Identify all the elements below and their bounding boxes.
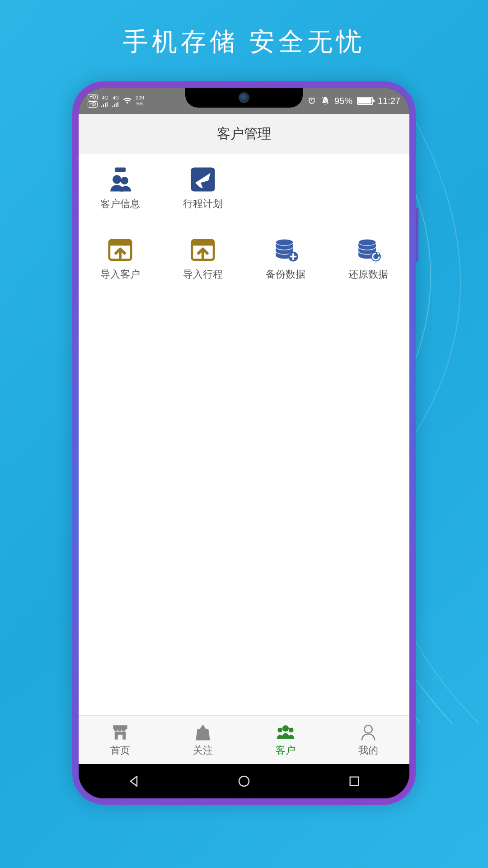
net-speed-unit: B/s (136, 101, 144, 106)
nav-back-button[interactable] (125, 772, 143, 790)
tab-mine[interactable]: 我的 (327, 716, 409, 764)
svg-point-17 (364, 725, 372, 733)
import-icon (107, 237, 133, 263)
tab-bar: 首页 关注 客户 我的 (79, 715, 409, 764)
import-icon (190, 237, 216, 263)
nav-home-button[interactable] (235, 772, 253, 790)
feature-grid: 客户信息 行程计划 导入客户 (79, 154, 409, 294)
status-time: 11:27 (378, 96, 400, 106)
feature-import-travel[interactable]: 导入行程 (161, 237, 244, 281)
feature-restore-data[interactable]: 还原数据 (327, 237, 409, 281)
camera-icon (239, 92, 249, 103)
promo-headline: 手机存储 安全无忧 (0, 0, 488, 59)
hd-badge: HD (88, 94, 98, 100)
database-restore-icon (355, 237, 381, 263)
phone-notch (185, 88, 303, 108)
bag-icon (193, 723, 212, 742)
feature-backup-data[interactable]: 备份数据 (244, 237, 327, 281)
phone-frame: HD HD 4G 4G 209 B/s (72, 81, 416, 805)
svg-rect-19 (350, 777, 359, 786)
app-body: 客户管理 客户信息 行程计划 (79, 114, 409, 764)
store-icon (111, 723, 130, 742)
system-nav-bar (79, 764, 409, 798)
phone-power-button (416, 208, 418, 262)
svg-point-14 (282, 725, 289, 731)
feature-label: 备份数据 (266, 268, 305, 281)
tab-label: 我的 (358, 744, 378, 757)
group-icon (276, 723, 295, 742)
feature-import-customer[interactable]: 导入客户 (79, 237, 161, 281)
plane-icon (190, 166, 216, 193)
alarm-icon (307, 96, 316, 105)
svg-point-15 (277, 727, 282, 732)
feature-customer-info[interactable]: 客户信息 (79, 166, 161, 211)
feature-label: 还原数据 (348, 268, 388, 281)
svg-point-18 (239, 776, 249, 786)
battery-icon (357, 97, 373, 105)
status-right: 95% 11:27 (307, 96, 400, 106)
svg-rect-0 (114, 167, 125, 172)
app-title: 客户管理 (79, 114, 409, 154)
network-gen: 4G (113, 95, 119, 100)
tab-label: 首页 (110, 744, 130, 757)
nav-recent-button[interactable] (345, 772, 363, 790)
feature-label: 客户信息 (100, 197, 140, 211)
hd-badge: HD (88, 101, 98, 108)
status-left: HD HD 4G 4G 209 B/s (88, 94, 144, 108)
feature-label: 行程计划 (183, 197, 223, 211)
tab-follow[interactable]: 关注 (161, 716, 244, 764)
profile-icon (359, 723, 378, 742)
signal-icon (101, 101, 108, 107)
svg-rect-7 (192, 240, 213, 245)
database-plus-icon (272, 237, 299, 263)
feature-label: 导入客户 (100, 268, 140, 281)
signal-icon (112, 101, 119, 107)
tab-label: 关注 (193, 744, 213, 757)
feature-travel-plan[interactable]: 行程计划 (161, 166, 244, 211)
net-speed-value: 209 (136, 95, 144, 100)
tab-customer[interactable]: 客户 (244, 716, 327, 764)
wifi-icon (123, 97, 132, 104)
people-icon (107, 166, 133, 193)
svg-point-16 (289, 727, 294, 732)
network-gen: 4G (102, 95, 108, 100)
feature-label: 导入行程 (183, 268, 223, 281)
battery-percent: 95% (334, 96, 352, 106)
svg-rect-5 (109, 240, 131, 245)
svg-point-1 (113, 175, 121, 184)
mute-icon (321, 96, 330, 105)
tab-label: 客户 (276, 744, 296, 757)
tab-home[interactable]: 首页 (79, 716, 161, 764)
svg-point-2 (121, 177, 128, 184)
